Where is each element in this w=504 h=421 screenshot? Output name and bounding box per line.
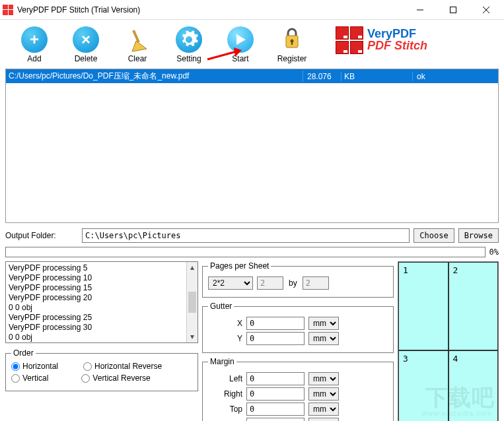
- margin-bottom-unit[interactable]: mm: [308, 418, 339, 421]
- margin-top-input[interactable]: [246, 403, 305, 416]
- file-list[interactable]: C:/Users/pc/Pictures/Do_PDF压缩_未命名_new.pd…: [5, 69, 499, 223]
- pps-legend: Pages per Sheet: [208, 261, 271, 271]
- toolbar: + Add × Delete Clear Setting Start Regis…: [0, 20, 504, 67]
- app-icon: [3, 5, 13, 15]
- gutter-y-input[interactable]: [246, 332, 305, 345]
- log-line: VeryPDF processing 25: [9, 313, 195, 323]
- watermark-sub: www.xiazaiba.com: [422, 409, 492, 417]
- preview-cell-2: 2: [449, 262, 499, 350]
- choose-button[interactable]: Choose: [414, 228, 454, 243]
- lock-icon: [279, 26, 305, 53]
- gutter-group: Gutter Xmm Ymm: [202, 302, 394, 353]
- margin-left-input[interactable]: [246, 372, 305, 385]
- output-row: Output Folder: Choose Browse: [0, 226, 504, 245]
- margin-right-input[interactable]: [246, 387, 305, 401]
- minimize-button[interactable]: [405, 0, 435, 20]
- log-line: VeryPDF processing 80: [9, 342, 195, 343]
- progress-row: 0%: [5, 247, 499, 257]
- log-line: 0 0 obj: [9, 333, 195, 342]
- gutter-y-unit[interactable]: mm: [308, 332, 339, 345]
- log-line: VeryPDF processing 30: [9, 323, 195, 333]
- maximize-button[interactable]: [438, 0, 468, 20]
- log-line: VeryPDF processing 20: [9, 293, 195, 303]
- margin-bottom-input[interactable]: [246, 418, 305, 421]
- output-path-input[interactable]: [82, 228, 410, 243]
- browse-button[interactable]: Browse: [458, 228, 499, 243]
- pps-preset-select[interactable]: 2*2: [208, 276, 253, 290]
- svg-line-4: [133, 30, 139, 42]
- progress-percent: 0%: [489, 247, 499, 257]
- log-line: VeryPDF processing 15: [9, 283, 195, 293]
- clear-button[interactable]: Clear: [119, 26, 156, 63]
- order-horizontal-reverse[interactable]: Horizontal Reverse: [83, 362, 162, 371]
- log-line: VeryPDF processing 10: [9, 273, 195, 283]
- margin-top-unit[interactable]: mm: [308, 403, 339, 416]
- log-line: VeryPDF processing 5: [9, 263, 195, 273]
- log-line: 0 0 obj: [9, 303, 195, 313]
- pps-by: by: [287, 278, 299, 288]
- svg-marker-5: [236, 34, 246, 45]
- file-size-cell: 28.076: [303, 72, 342, 81]
- pages-per-sheet-group: Pages per Sheet 2*2 by: [202, 261, 394, 298]
- order-legend: Order: [11, 348, 36, 358]
- margin-legend: Margin: [208, 357, 236, 366]
- gutter-x-input[interactable]: [246, 317, 305, 330]
- scroll-thumb[interactable]: [188, 292, 196, 313]
- delete-icon: ×: [73, 26, 99, 53]
- svg-rect-8: [291, 41, 293, 45]
- titlebar: VeryPDF PDF Stitch (Trial Version): [0, 0, 504, 20]
- svg-rect-1: [450, 7, 456, 13]
- preview-grid: 1 2 3 4: [398, 261, 499, 421]
- pps-cols-input: [257, 276, 283, 290]
- progress-bar: [5, 247, 486, 257]
- file-path-cell: C:/Users/pc/Pictures/Do_PDF压缩_未命名_new.pd…: [6, 71, 303, 82]
- annotation-arrow: [207, 50, 242, 63]
- close-button[interactable]: [471, 0, 501, 20]
- margin-right-unit[interactable]: mm: [308, 387, 339, 401]
- scroll-up-icon[interactable]: ▴: [187, 262, 198, 273]
- add-icon: +: [21, 26, 48, 53]
- log-scrollbar[interactable]: ▴ ▾: [186, 262, 198, 342]
- file-row[interactable]: C:/Users/pc/Pictures/Do_PDF压缩_未命名_new.pd…: [6, 69, 498, 83]
- order-vertical-reverse[interactable]: Vertical Reverse: [81, 373, 150, 383]
- pps-rows-input: [303, 276, 329, 290]
- order-group: Order Horizontal Horizontal Reverse Vert…: [5, 348, 198, 391]
- output-label: Output Folder:: [5, 231, 78, 240]
- gear-icon: [176, 26, 202, 53]
- file-unit-cell: KB: [342, 72, 413, 81]
- play-icon: [227, 26, 254, 53]
- margin-left-unit[interactable]: mm: [308, 372, 339, 385]
- window-title: VeryPDF PDF Stitch (Trial Version): [17, 5, 405, 15]
- margin-group: Margin Leftmm Rightmm Topmm Bottommm: [202, 357, 394, 421]
- order-vertical[interactable]: Vertical: [11, 373, 48, 383]
- file-status-cell: ok: [413, 72, 498, 81]
- setting-button[interactable]: Setting: [170, 26, 207, 63]
- preview-cell-1: 1: [398, 262, 449, 350]
- logo-line2: PDF Stitch: [367, 40, 427, 53]
- svg-line-9: [207, 51, 236, 59]
- add-button[interactable]: + Add: [16, 26, 53, 63]
- scroll-down-icon[interactable]: ▾: [187, 331, 198, 342]
- order-horizontal[interactable]: Horizontal: [11, 362, 58, 371]
- delete-button[interactable]: × Delete: [67, 26, 104, 63]
- logo: VeryPDF PDF Stitch: [336, 26, 427, 54]
- logo-line1: VeryPDF: [367, 28, 427, 40]
- gutter-legend: Gutter: [208, 302, 234, 311]
- gutter-x-unit[interactable]: mm: [308, 317, 339, 330]
- broom-icon: [124, 26, 151, 53]
- register-button[interactable]: Register: [273, 26, 310, 63]
- log-area[interactable]: VeryPDF processing 5VeryPDF processing 1…: [5, 261, 198, 343]
- logo-icon: [336, 26, 363, 54]
